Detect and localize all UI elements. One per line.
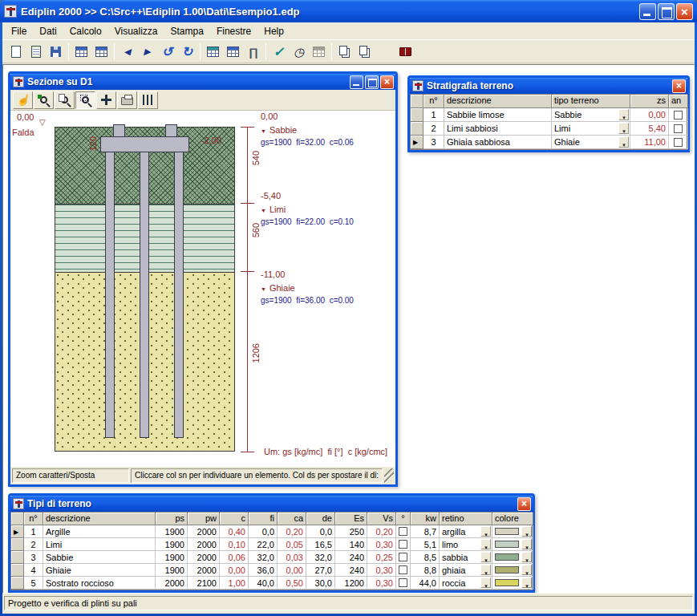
cell-kw[interactable]: 5,1 [411,538,440,551]
table-select-button[interactable] [203,43,223,62]
cell-de[interactable]: 16,5 [306,538,335,551]
dropdown-button[interactable] [618,123,629,134]
cell-fi[interactable]: 36,0 [249,564,278,577]
row-selector[interactable] [11,551,24,564]
cell-colore[interactable] [492,577,533,590]
cell-fi[interactable]: 22,0 [249,538,278,551]
cell-ps[interactable]: 2000 [156,577,188,590]
cell-kw[interactable]: 8,8 [411,564,440,577]
dropdown-button[interactable] [521,552,532,562]
cell-retino[interactable]: sabbia [440,551,492,564]
cell-colore[interactable] [492,525,533,538]
menu-finestre[interactable]: Finestre [210,24,257,38]
menu-calcolo[interactable]: Calcolo [63,24,108,38]
cell-flag[interactable] [396,538,411,551]
previous-record-button[interactable] [117,43,137,62]
cell-pw[interactable]: 2000 [188,564,220,577]
cell-descrizione[interactable]: Limi [43,538,156,551]
cell-vs[interactable]: 0,20 [367,525,396,538]
cell-fi[interactable]: 0,0 [249,525,278,538]
menu-stampa[interactable]: Stampa [164,24,210,38]
close-button[interactable] [676,3,693,20]
dimension-style-button[interactable] [138,91,158,109]
cell-ca[interactable]: 0,20 [278,525,306,538]
cell-ca[interactable]: 0,05 [278,538,306,551]
checkbox[interactable] [399,565,407,574]
dropdown-button[interactable] [480,565,491,575]
cell-ca[interactable]: 0,00 [278,564,306,577]
cell-de[interactable]: 32,0 [306,551,335,564]
cell-vs[interactable]: 0,30 [367,577,396,590]
cell-de[interactable]: 0,0 [306,525,335,538]
frame-button[interactable] [243,43,263,62]
row-selector[interactable] [11,538,24,551]
dropdown-button[interactable] [521,539,532,549]
title-bar[interactable]: Ediplin 2000 >> C:\Src++\Ediplin 1.00\Da… [0,0,697,22]
cell-an[interactable] [669,108,688,122]
move-button[interactable] [96,91,116,109]
close-button[interactable] [672,79,686,93]
checkbox[interactable] [399,553,407,561]
cell-flag[interactable] [396,551,411,564]
rotate-right-button[interactable] [177,43,197,62]
checkbox[interactable] [674,124,683,133]
cell-descrizione[interactable]: Sostrato roccioso [43,577,156,590]
close-button[interactable] [380,75,394,89]
row-selector[interactable] [411,108,423,122]
stratigrafia-title-bar[interactable]: Stratigrafia terreno [410,78,687,94]
cell-descrizione[interactable]: Argille [43,525,156,538]
cell-retino[interactable]: roccia [440,577,492,590]
cell-descrizione[interactable]: Ghiaia sabbiosa [444,136,552,149]
cell-n[interactable]: 3 [423,136,444,149]
cell-descrizione[interactable]: Limi sabbiosi [444,122,552,136]
row-selector[interactable] [411,122,423,136]
cell-zs[interactable]: 5,40 [630,122,669,136]
save-button[interactable] [46,43,66,62]
cell-colore[interactable] [492,538,533,551]
cell-ps[interactable]: 1900 [156,538,188,551]
cell-ca[interactable]: 0,50 [278,577,306,590]
menu-visualizza[interactable]: Visualizza [108,24,164,38]
minimize-button[interactable] [350,75,363,89]
cell-n[interactable]: 3 [24,551,43,564]
menu-file[interactable]: File [5,24,33,38]
cell-descrizione[interactable]: Sabbiie limose [444,108,552,122]
cell-n[interactable]: 1 [423,108,444,122]
cell-an[interactable] [669,136,688,149]
cell-es[interactable]: 240 [335,551,367,564]
cell-fi[interactable]: 32,0 [249,551,278,564]
menu-help[interactable]: Help [257,24,290,38]
maximize-button[interactable] [658,3,675,20]
new-button[interactable] [6,43,26,62]
section-canvas[interactable]: 0,00 Falda 120 -2,00 [10,111,395,467]
cell-tipo-terreno[interactable]: Ghiaie [552,136,630,149]
checkbox[interactable] [674,111,683,120]
cell-pw[interactable]: 2000 [188,551,220,564]
pan-button[interactable] [13,91,33,109]
cell-pw[interactable]: 2000 [188,525,220,538]
dropdown-button[interactable] [521,565,532,575]
row-selector-active[interactable] [411,136,423,149]
row-selector[interactable] [11,564,24,577]
cell-es[interactable]: 140 [335,538,367,551]
tipi-title-bar[interactable]: Tipi di terreno [10,496,533,512]
checkbox[interactable] [399,527,407,536]
cell-n[interactable]: 1 [24,525,43,538]
checkbox[interactable] [399,540,407,549]
cell-c[interactable]: 0,10 [220,538,249,551]
dropdown-button[interactable] [521,526,532,537]
cell-flag[interactable] [396,564,411,577]
cell-flag[interactable] [396,525,411,538]
dropdown-button[interactable] [618,136,629,148]
rotate-left-button[interactable] [157,43,177,62]
next-record-button[interactable] [137,43,157,62]
cell-es[interactable]: 240 [335,564,367,577]
cell-zs[interactable]: 0,00 [630,108,669,122]
cell-tipo-terreno[interactable]: Sabbie [552,108,630,122]
cell-zs[interactable]: 11,00 [630,136,669,149]
cell-es[interactable]: 250 [335,525,367,538]
cell-c[interactable]: 1,00 [220,577,249,590]
maximize-button[interactable] [365,75,379,89]
clock-button[interactable] [289,43,309,62]
sezione-title-bar[interactable]: Sezione su D1 [10,74,395,90]
